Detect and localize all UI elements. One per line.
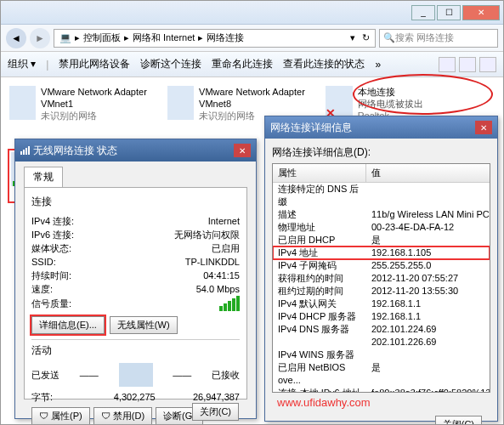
- wireless-props-button[interactable]: 无线属性(W): [110, 316, 178, 334]
- toolbar-more[interactable]: »: [375, 59, 381, 71]
- activity-section: 活动: [31, 339, 240, 358]
- detail-row[interactable]: IPv4 默认网关192.168.1.1: [273, 298, 490, 310]
- close-button[interactable]: 关闭(C): [192, 403, 239, 421]
- detail-row[interactable]: IPv4 DNS 服务器202.101.224.69: [273, 323, 490, 336]
- adapter-icon: [167, 86, 194, 120]
- breadcrumb[interactable]: 💻 ▸ 控制面板 ▸ 网络和 Internet ▸ 网络连接 ▾ ↻: [54, 29, 376, 48]
- crumb-network-connections[interactable]: 网络连接: [207, 31, 244, 44]
- diagnose-button[interactable]: 诊断这个连接: [140, 57, 201, 71]
- adapter-vmnet1[interactable]: VMware Network Adapter VMnet1 未识别的网络: [8, 84, 152, 135]
- close-icon[interactable]: ✕: [234, 144, 251, 157]
- ipv6-status: 无网络访问权限: [99, 228, 240, 241]
- detail-row[interactable]: 租约过期的时间2012-11-20 13:55:30: [273, 285, 490, 298]
- maximize-button[interactable]: ☐: [437, 5, 461, 20]
- close-icon[interactable]: ✕: [475, 121, 492, 134]
- help-icon[interactable]: [479, 57, 496, 72]
- detail-row[interactable]: 连接特定的 DNS 后缀: [273, 183, 490, 208]
- wireless-status-dialog: 无线网络连接 状态 ✕ 常规 连接 IPv4 连接:Internet IPv6 …: [14, 139, 257, 419]
- forward-button[interactable]: ►: [30, 28, 50, 48]
- refresh-icon[interactable]: ↻: [362, 32, 370, 43]
- detail-row[interactable]: IPv4 DHCP 服务器192.168.1.1: [273, 310, 490, 323]
- detail-row[interactable]: 物理地址00-23-4E-DA-FA-12: [273, 221, 490, 234]
- minimize-button[interactable]: _: [411, 5, 435, 20]
- details-button[interactable]: 详细信息(E)...: [31, 316, 105, 334]
- view-status-button[interactable]: 查看此连接的状态: [283, 57, 365, 71]
- col-property[interactable]: 属性: [273, 164, 366, 182]
- view-mode-icon[interactable]: [439, 57, 456, 72]
- network-icon: 💻: [59, 32, 71, 43]
- dialog-titlebar[interactable]: 无线网络连接 状态 ✕: [15, 139, 256, 162]
- detail-row[interactable]: 获得租约的时间2012-11-20 07:55:27: [273, 272, 490, 285]
- signal-bars-icon: [20, 146, 30, 155]
- dialog-titlebar[interactable]: 网络连接详细信息 ✕: [265, 116, 497, 139]
- detail-row[interactable]: IPv4 WINS 服务器: [273, 348, 490, 361]
- disable-device-button[interactable]: 禁用此网络设备: [59, 57, 130, 71]
- preview-pane-icon[interactable]: [459, 57, 476, 72]
- connection-details-dialog: 网络连接详细信息 ✕ 网络连接详细信息(D): 属性 值 连接特定的 DNS 后…: [264, 116, 498, 422]
- organize-menu[interactable]: 组织 ▾: [8, 57, 36, 71]
- search-input[interactable]: 🔍 搜索 网络连接: [379, 29, 498, 48]
- detail-row[interactable]: 已启用 NetBIOS ove...是: [273, 361, 490, 387]
- adapter-icon: [9, 86, 36, 120]
- back-button[interactable]: ◄: [6, 28, 26, 48]
- details-table: 属性 值 连接特定的 DNS 后缀描述11b/g Wireless LAN Mi…: [272, 163, 490, 393]
- bytes-sent: 4,302,275: [99, 390, 170, 404]
- properties-button[interactable]: 🛡 属性(P): [31, 407, 90, 425]
- close-button[interactable]: ✕: [462, 5, 500, 20]
- col-value[interactable]: 值: [366, 164, 490, 182]
- signal-bars-icon: [219, 296, 240, 311]
- annotation-ellipse: [353, 74, 493, 115]
- rename-button[interactable]: 重命名此连接: [212, 57, 273, 71]
- tab-general[interactable]: 常规: [24, 167, 63, 187]
- detail-row[interactable]: 202.101.226.69: [273, 336, 490, 348]
- detail-row[interactable]: IPv4 地址192.168.1.105: [273, 246, 490, 259]
- detail-row[interactable]: 连接-本地 IPv6 地址fe80::38a3:f76:cff0:5820%13: [273, 387, 490, 393]
- crumb-control-panel[interactable]: 控制面板: [83, 31, 121, 44]
- bytes-recv: 26,947,387: [170, 390, 241, 404]
- connection-section: 连接: [31, 195, 240, 209]
- close-button[interactable]: 关闭(C): [435, 416, 482, 425]
- detail-row[interactable]: IPv4 子网掩码255.255.255.0: [273, 259, 490, 272]
- nav-bar: ◄ ► 💻 ▸ 控制面板 ▸ 网络和 Internet ▸ 网络连接 ▾ ↻ 🔍…: [1, 25, 503, 52]
- crumb-network-internet[interactable]: 网络和 Internet: [133, 31, 195, 44]
- ipv4-status: Internet: [99, 214, 240, 228]
- adapter-icon: ✕: [326, 86, 353, 120]
- window-titlebar: _ ☐ ✕: [1, 1, 503, 25]
- activity-icon: [119, 363, 153, 387]
- detail-row[interactable]: 已启用 DHCP是: [273, 234, 490, 246]
- watermark: www.ufidawhy.com: [272, 393, 490, 412]
- disable-button[interactable]: 🛡 禁用(D): [93, 407, 152, 425]
- detail-row[interactable]: 描述11b/g Wireless LAN Mini PCI Ex: [273, 208, 490, 221]
